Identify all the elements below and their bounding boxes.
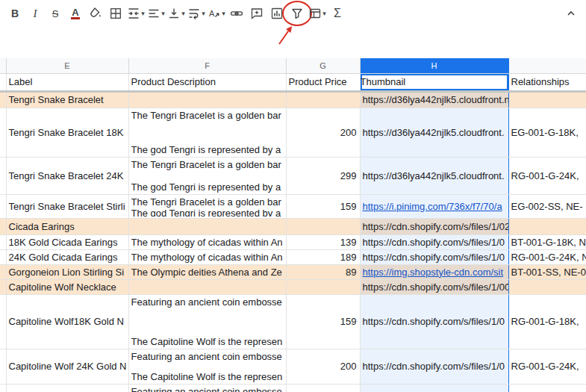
cell-label[interactable]: Tengri Snake Bracelet 18K	[6, 108, 128, 157]
bold-button[interactable]: B	[6, 4, 24, 23]
cell-price[interactable]: 299	[286, 157, 360, 194]
cell-relationships[interactable]: RG-001-G-24K, N	[508, 249, 586, 264]
cell-price[interactable]: 159	[286, 294, 360, 349]
text-color-button[interactable]: A	[66, 4, 84, 23]
header-relationships[interactable]: Relationships	[508, 73, 586, 91]
header-thumbnail[interactable]: Thumbnail	[360, 73, 508, 91]
cell-relationships[interactable]	[508, 218, 586, 234]
cell-relationships[interactable]: RG-001-G-24K,	[508, 349, 586, 384]
header-description[interactable]: Product Description	[128, 73, 286, 91]
create-filter-button[interactable]	[288, 4, 306, 23]
collapse-toolbar-button[interactable]	[562, 4, 580, 23]
cell-price[interactable]: 89	[286, 264, 360, 279]
cell-thumbnail[interactable]	[360, 384, 508, 392]
cell-description[interactable]	[128, 91, 286, 108]
thumbnail-link[interactable]: https://img.shopstyle-cdn.com/sit	[361, 267, 508, 278]
cell-edge[interactable]	[0, 249, 6, 264]
horizontal-align-dropdown-icon[interactable]: ▾	[161, 10, 165, 17]
cell-edge[interactable]	[0, 108, 6, 157]
cell-price[interactable]	[286, 91, 360, 108]
cell-label[interactable]: Capitoline Wolf18K Gold N	[6, 294, 128, 349]
cell-relationships[interactable]	[508, 384, 586, 392]
cell-edge[interactable]	[0, 194, 6, 218]
cell-price[interactable]: 139	[286, 234, 360, 249]
filter-views-dropdown-icon[interactable]: ▾	[322, 10, 326, 17]
column-header-I[interactable]	[508, 58, 586, 73]
cell-label[interactable]: Capitoline Wolf Necklace	[6, 279, 128, 294]
cell-thumbnail[interactable]: https://i.pinimg.com/736x/f7/70/a	[360, 194, 508, 218]
cell-description[interactable]: The Olympic deities Athena and Ze	[128, 264, 286, 279]
column-header-E[interactable]: E	[6, 58, 128, 73]
text-wrap-button[interactable]: ▾	[187, 4, 205, 23]
thumbnail-link[interactable]: https://i.pinimg.com/736x/f7/70/a	[361, 201, 508, 212]
cell-price[interactable]	[286, 279, 360, 294]
cell-description[interactable]: The Tengri Bracelet is a golden barThe g…	[128, 194, 286, 218]
cell-description[interactable]: The Tengri Bracelet is a golden barThe g…	[128, 157, 286, 194]
column-header-H-selected[interactable]: H	[360, 58, 508, 73]
cell-label[interactable]: Gorgoneion Lion Stirling Si	[6, 264, 128, 279]
cell-edge[interactable]	[0, 349, 6, 384]
cell-price[interactable]	[286, 384, 360, 392]
cell-edge[interactable]	[0, 234, 6, 249]
cell-relationships[interactable]	[508, 91, 586, 108]
filter-views-button[interactable]: ▾	[308, 4, 326, 23]
cell-relationships[interactable]: EG-002-SS, NE-	[508, 194, 586, 218]
vertical-align-button[interactable]: ▾	[167, 4, 185, 23]
cell-thumbnail[interactable]: https://cdn.shopify.com/s/files/1/0282/3…	[360, 218, 508, 234]
insert-comment-button[interactable]	[248, 4, 266, 23]
cell-price[interactable]: 200	[286, 108, 360, 157]
column-header-G[interactable]: G	[286, 58, 360, 73]
header-price[interactable]: Product Price	[286, 73, 360, 91]
cell-price[interactable]: 200	[286, 349, 360, 384]
cell-thumbnail[interactable]: https://cdn.shopify.com/s/files/1/0	[360, 349, 508, 384]
cell-thumbnail[interactable]: https://cdn.shopify.com/s/files/1/0052/5…	[360, 279, 508, 294]
functions-button[interactable]: Σ	[328, 4, 346, 23]
cell-edge[interactable]	[0, 279, 6, 294]
cell-edge[interactable]	[0, 384, 6, 392]
cell-relationships[interactable]: EG-001-G-18K,	[508, 108, 586, 157]
cell-edge[interactable]	[0, 294, 6, 349]
borders-button[interactable]	[107, 4, 125, 23]
insert-chart-button[interactable]	[268, 4, 286, 23]
cell-label[interactable]: Tengri Snake Bracelet Stirli	[6, 194, 128, 218]
cell-thumbnail[interactable]: https://d36lya442njlk5.cloudfront.net/ca…	[360, 91, 508, 108]
cell-relationships[interactable]: RG-001-G-18K,	[508, 294, 586, 349]
cell-label[interactable]	[6, 384, 128, 392]
cell-relationships[interactable]: BT-001-G-18K, N	[508, 234, 586, 249]
cell-thumbnail[interactable]: https://d36lya442njlk5.cloudfront.	[360, 157, 508, 194]
cell-edge[interactable]	[0, 264, 6, 279]
cell-relationships[interactable]: RG-001-G-24K,	[508, 157, 586, 194]
cell-thumbnail[interactable]: https://cdn.shopify.com/s/files/1/0	[360, 249, 508, 264]
cell-price[interactable]: 159	[286, 194, 360, 218]
text-wrap-dropdown-icon[interactable]: ▾	[202, 10, 205, 17]
cell-relationships[interactable]	[508, 279, 586, 294]
cell-description[interactable]: The mythology of cicadas within An	[128, 249, 286, 264]
cell-price[interactable]: 189	[286, 249, 360, 264]
fill-color-button[interactable]	[87, 4, 105, 23]
merge-cells-button[interactable]: ▾	[127, 4, 145, 23]
column-header-F[interactable]: F	[128, 58, 286, 73]
cell-description[interactable]: Featuring an ancient coin embosseThe Cap…	[128, 294, 286, 349]
cell-label[interactable]: Tengri Snake Bracelet	[6, 91, 128, 108]
horizontal-align-button[interactable]: ▾	[147, 4, 165, 23]
cell-thumbnail[interactable]: https://img.shopstyle-cdn.com/sit	[360, 264, 508, 279]
cell-description[interactable]: The Tengri Bracelet is a golden barThe g…	[128, 108, 286, 157]
cell-description[interactable]	[128, 279, 286, 294]
italic-button[interactable]: I	[26, 4, 44, 23]
cell-thumbnail[interactable]: https://cdn.shopify.com/s/files/1/0	[360, 294, 508, 349]
cell-label[interactable]: 24K Gold Cicada Earings	[6, 249, 128, 264]
cell-description[interactable]	[128, 218, 286, 234]
header-label[interactable]: Label	[6, 73, 128, 91]
cell-label[interactable]: Cicada Earings	[6, 218, 128, 234]
cell-thumbnail[interactable]: https://d36lya442njlk5.cloudfront.	[360, 108, 508, 157]
cell-description[interactable]: Featuring an ancient coin embosseThe Cap…	[128, 349, 286, 384]
strikethrough-button[interactable]: S	[46, 4, 64, 23]
cell-price[interactable]	[286, 218, 360, 234]
merge-cells-dropdown-icon[interactable]: ▾	[141, 10, 145, 17]
cell-edge[interactable]	[0, 91, 6, 108]
cell-description[interactable]: The mythology of cicadas within An	[128, 234, 286, 249]
cell-edge[interactable]	[0, 218, 6, 234]
cell-description[interactable]: Featuring an ancient coin embosse	[128, 384, 286, 392]
cell-thumbnail[interactable]: https://cdn.shopify.com/s/files/1/0	[360, 234, 508, 249]
column-header-edge[interactable]	[0, 58, 6, 73]
